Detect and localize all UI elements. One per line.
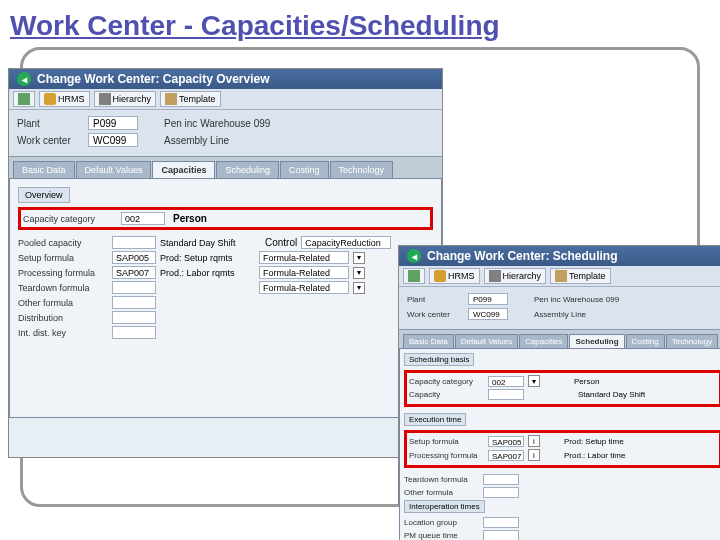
sap-window-scheduling: ◂ Change Work Center: Scheduling HRMS Hi… — [398, 245, 720, 505]
highlight-exec-time: Setup formula SAP005 i Prod: Setup time … — [404, 430, 720, 468]
highlight-sched-basis: Capacity category 002 ▾ Person Capacity … — [404, 370, 720, 407]
workcenter-input[interactable]: WC099 — [88, 133, 138, 147]
setup-input-2[interactable]: SAP005 — [488, 436, 524, 447]
tab2-technology[interactable]: Technology — [666, 334, 718, 348]
template-button[interactable]: Template — [160, 91, 221, 107]
tab-body-scheduling: Scheduling basis Capacity category 002 ▾… — [399, 348, 720, 540]
refresh-button[interactable] — [13, 91, 35, 107]
teardown-label: Teardown formula — [18, 283, 108, 293]
proc-input-2[interactable]: SAP007 — [488, 450, 524, 461]
pmq-input[interactable] — [483, 530, 519, 540]
hierarchy-button[interactable]: Hierarchy — [94, 91, 157, 107]
tab-default-values[interactable]: Default Values — [76, 161, 152, 178]
wc-label-2: Work center — [407, 310, 462, 319]
refresh-icon — [18, 93, 30, 105]
info-icon-2[interactable]: i — [528, 449, 540, 461]
capcat-input[interactable]: 002 — [121, 212, 165, 225]
tab2-costing[interactable]: Costing — [626, 334, 665, 348]
proc-label: Processing formula — [18, 268, 108, 278]
hrms-label: HRMS — [58, 94, 85, 104]
fr2-input[interactable]: Formula-Related — [259, 266, 349, 279]
tab-technology[interactable]: Technology — [330, 161, 394, 178]
refresh-button-2[interactable] — [403, 268, 425, 284]
proc-desc: Prod.: Labor rqmts — [160, 268, 255, 278]
tab-basic-data[interactable]: Basic Data — [13, 161, 75, 178]
window-title: Change Work Center: Capacity Overview — [37, 72, 270, 86]
teardown-input[interactable] — [112, 281, 156, 294]
toolbar: HRMS Hierarchy Template — [9, 89, 442, 110]
proc-desc-2: Prod.: Labor time — [564, 451, 644, 460]
help-icon-2[interactable]: ▾ — [353, 267, 365, 279]
capcat-input-2[interactable]: 002 — [488, 376, 524, 387]
setup-label: Setup formula — [18, 253, 108, 263]
dist-input[interactable] — [112, 311, 156, 324]
tab-scheduling[interactable]: Scheduling — [216, 161, 279, 178]
help-icon[interactable]: ▾ — [353, 252, 365, 264]
window-titlebar: ◂ Change Work Center: Capacity Overview — [9, 69, 442, 89]
section-exectime: Execution time — [404, 413, 466, 426]
template-button-2[interactable]: Template — [550, 268, 611, 284]
control-label: Control — [265, 237, 297, 248]
proc-input[interactable]: SAP007 — [112, 266, 156, 279]
setup-input[interactable]: SAP005 — [112, 251, 156, 264]
tab-costing[interactable]: Costing — [280, 161, 329, 178]
locgrp-label: Location group — [404, 518, 479, 527]
other-input[interactable] — [112, 296, 156, 309]
plant-input[interactable]: P099 — [88, 116, 138, 130]
refresh-icon-2 — [408, 270, 420, 282]
hierarchy-icon — [99, 93, 111, 105]
tab2-scheduling[interactable]: Scheduling — [569, 334, 624, 348]
plant-label-2: Plant — [407, 295, 462, 304]
hrms-button[interactable]: HRMS — [39, 91, 90, 107]
tab2-default[interactable]: Default Values — [455, 334, 518, 348]
workcenter-desc: Assembly Line — [164, 135, 229, 146]
tab-strip-2: Basic Data Default Values Capacities Sch… — [399, 329, 720, 348]
tab-strip: Basic Data Default Values Capacities Sch… — [9, 156, 442, 178]
hrms-icon-2 — [434, 270, 446, 282]
pmq-label: PM queue time — [404, 531, 479, 540]
fr1-input[interactable]: Formula-Related — [259, 251, 349, 264]
hrms-button-2[interactable]: HRMS — [429, 268, 480, 284]
plant-input-2[interactable]: P099 — [468, 293, 508, 305]
hrms-icon — [44, 93, 56, 105]
info-icon-1[interactable]: i — [528, 435, 540, 447]
window-title-2: Change Work Center: Scheduling — [427, 249, 617, 263]
tab2-basic[interactable]: Basic Data — [403, 334, 454, 348]
other-label: Other formula — [18, 298, 108, 308]
plant-desc: Pen inc Warehouse 099 — [164, 118, 270, 129]
help-icon-cc2[interactable]: ▾ — [528, 375, 540, 387]
other-input-2[interactable] — [483, 487, 519, 498]
setup-desc: Prod: Setup rqmts — [160, 253, 255, 263]
intdist-input[interactable] — [112, 326, 156, 339]
slide-title: Work Center - Capacities/Scheduling — [0, 0, 720, 47]
tab-capacities[interactable]: Capacities — [152, 161, 215, 178]
pooled-input[interactable] — [112, 236, 156, 249]
capacity-input[interactable] — [488, 389, 524, 400]
back-icon[interactable]: ◂ — [17, 72, 31, 86]
other-label-2: Other formula — [404, 488, 479, 497]
slide-body: ◂ Change Work Center: Capacity Overview … — [20, 47, 700, 507]
wc-desc-2: Assembly Line — [534, 310, 586, 319]
teardown-input-2[interactable] — [483, 474, 519, 485]
hierarchy-button-2[interactable]: Hierarchy — [484, 268, 547, 284]
help-icon-3[interactable]: ▾ — [353, 282, 365, 294]
dist-label: Distribution — [18, 313, 108, 323]
hierarchy-label-2: Hierarchy — [503, 271, 542, 281]
proc-label-2: Processing formula — [409, 451, 484, 460]
template-icon — [165, 93, 177, 105]
template-icon-2 — [555, 270, 567, 282]
control-input[interactable]: CapacityReduction — [301, 236, 391, 249]
highlight-capacity-category: Capacity category 002 Person — [18, 207, 433, 230]
header-fields-2: Plant P099 Pen inc Warehouse 099 Work ce… — [399, 287, 720, 329]
fr3-input[interactable]: Formula-Related — [259, 281, 349, 294]
stdshift-2: Standard Day Shift — [578, 390, 658, 399]
pooled-label: Pooled capacity — [18, 238, 108, 248]
tab2-capacities[interactable]: Capacities — [519, 334, 568, 348]
locgrp-input[interactable] — [483, 517, 519, 528]
back-icon-2[interactable]: ◂ — [407, 249, 421, 263]
plant-desc-2: Pen inc Warehouse 099 — [534, 295, 619, 304]
capacity-label: Capacity — [409, 390, 484, 399]
capcat-label: Capacity category — [23, 214, 113, 224]
stdshift-label: Standard Day Shift — [160, 238, 255, 248]
wc-input-2[interactable]: WC099 — [468, 308, 508, 320]
